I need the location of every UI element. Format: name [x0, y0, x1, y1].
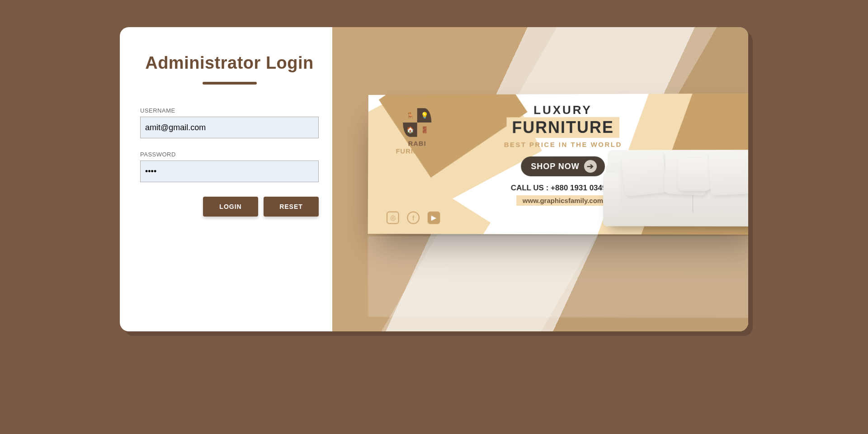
logo-quadrant: 💡 [417, 108, 432, 123]
sofa-cushion [678, 158, 711, 191]
login-card: Administrator Login USERNAME PASSWORD LO… [120, 27, 748, 331]
youtube-icon[interactable]: ▶ [428, 212, 440, 224]
password-input[interactable] [140, 160, 319, 182]
sofa-cushion [621, 151, 667, 197]
title-underline [203, 82, 257, 85]
brand-name-a: RABI [408, 140, 426, 147]
password-label: PASSWORD [140, 151, 319, 158]
brand-logo: 🪑 💡 🏠 🚪 RABI FURNITURE [386, 108, 448, 155]
brand-name-b: FURNITURE [396, 147, 438, 155]
logo-quadrant: 🚪 [417, 123, 432, 137]
sofa-arm [603, 173, 619, 226]
username-input[interactable] [140, 117, 319, 138]
headline-small: LUXURY [493, 103, 633, 118]
logo-quadrant: 🪑 [403, 108, 417, 123]
reset-button[interactable]: RESET [264, 197, 319, 217]
call-label: CALL US : [511, 184, 551, 192]
brand-logo-icon: 🪑 💡 🏠 🚪 [403, 108, 431, 137]
website-chip: www.graphicsfamily.com [516, 195, 609, 206]
facebook-icon[interactable]: f [407, 212, 420, 224]
banner-panel: 🪑 💡 🏠 🚪 RABI FURNITURE LUXURY FURNITURE … [332, 27, 748, 331]
banner-reflection [368, 236, 748, 318]
instagram-icon[interactable]: ◎ [387, 212, 399, 224]
login-button[interactable]: LOGIN [203, 197, 258, 217]
page-title: Administrator Login [140, 53, 319, 73]
sofa-illustration [606, 140, 748, 226]
arrow-right-icon: ➔ [584, 160, 597, 173]
furniture-banner: 🪑 💡 🏠 🚪 RABI FURNITURE LUXURY FURNITURE … [368, 93, 748, 235]
sofa-cushion [708, 151, 748, 195]
social-row: ◎ f ▶ [387, 212, 440, 224]
shop-now-label: SHOP NOW [531, 161, 580, 171]
headline-big: FURNITURE [507, 117, 620, 138]
button-row: LOGIN RESET [140, 197, 319, 217]
shop-now-button[interactable]: SHOP NOW ➔ [521, 156, 605, 176]
login-panel: Administrator Login USERNAME PASSWORD LO… [120, 27, 332, 331]
username-label: USERNAME [140, 107, 319, 114]
brand-name: RABI FURNITURE [386, 140, 448, 155]
logo-quadrant: 🏠 [403, 123, 417, 137]
